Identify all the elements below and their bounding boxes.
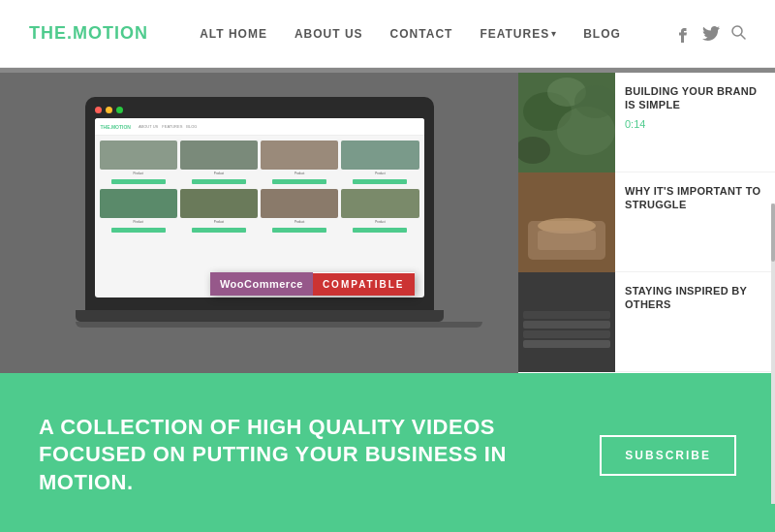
nav-contact[interactable]: CONTACT <box>390 27 453 41</box>
svg-rect-11 <box>538 231 596 250</box>
blog-text-1: BUILDING YOUR BRAND IS SIMPLE 0:14 <box>615 73 775 172</box>
screen-grid-item: Product <box>261 141 338 186</box>
main-nav: ALT HOME ABOUT US CONTACT FEATURES ▾ BLO… <box>200 27 621 41</box>
scroll-thumb <box>771 203 775 262</box>
social-icons <box>672 24 746 44</box>
hero-laptop-area: THE.MOTION ABOUT US FEATURES BLOG Produc… <box>0 73 518 373</box>
facebook-icon[interactable] <box>672 24 692 44</box>
dot-yellow <box>106 107 112 113</box>
blog-title-1: BUILDING YOUR BRAND IS SIMPLE <box>625 84 765 112</box>
compatible-text: COMPATIBLE <box>313 273 415 296</box>
svg-rect-16 <box>523 321 610 329</box>
bottom-text-block: A COLLECTION OF HIGH QUALITY VIDEOS FOCU… <box>39 414 542 497</box>
blog-sidebar: BUILDING YOUR BRAND IS SIMPLE 0:14 WHY I… <box>518 73 775 373</box>
bottom-section: A COLLECTION OF HIGH QUALITY VIDEOS FOCU… <box>0 373 775 532</box>
screen-grid-item: Product <box>341 141 418 186</box>
blog-thumb-1 <box>518 73 615 172</box>
screen-content: THE.MOTION ABOUT US FEATURES BLOG Produc… <box>95 118 424 297</box>
twitter-icon[interactable] <box>701 24 721 44</box>
svg-rect-14 <box>523 340 610 348</box>
svg-rect-15 <box>523 330 610 338</box>
screen-link-2: FEATURES <box>162 124 182 129</box>
blog-text-3: STAYING INSPIRED BY OTHERS <box>615 272 775 371</box>
woocommerce-badge: WooCommerce COMPATIBLE <box>210 272 415 296</box>
laptop-foot <box>76 322 482 328</box>
blog-item-3[interactable]: STAYING INSPIRED BY OTHERS <box>518 272 775 372</box>
dot-green <box>116 107 123 113</box>
blog-text-2: WHY IT'S IMPORTANT TO STRUGGLE <box>615 172 775 271</box>
subscribe-button[interactable]: SUBSCRIBE <box>600 435 736 476</box>
blog-thumb-2 <box>518 172 615 272</box>
logo: THE.MOTION <box>29 23 148 44</box>
dot-red <box>95 107 102 113</box>
header: THE.MOTION ALT HOME ABOUT US CONTACT FEA… <box>0 0 775 68</box>
screen-nav: THE.MOTION ABOUT US FEATURES BLOG <box>95 118 424 136</box>
blog-title-2: WHY IT'S IMPORTANT TO STRUGGLE <box>625 184 765 212</box>
nav-about-us[interactable]: ABOUT US <box>294 27 363 41</box>
screen-grid-item: Product <box>180 141 258 186</box>
laptop-base <box>76 310 444 322</box>
screen-link-1: ABOUT US <box>139 124 158 129</box>
svg-rect-17 <box>523 311 610 319</box>
nav-features-wrapper[interactable]: FEATURES ▾ <box>480 27 556 41</box>
search-icon[interactable] <box>730 24 746 43</box>
screen-link-3: BLOG <box>186 124 197 129</box>
screen-grid-item: Product <box>100 189 177 235</box>
screen-grid-item: Product <box>100 141 177 186</box>
nav-features[interactable]: FEATURES <box>480 27 549 41</box>
blog-item-2[interactable]: WHY IT'S IMPORTANT TO STRUGGLE <box>518 172 775 272</box>
nav-blog[interactable]: BLOG <box>583 27 621 41</box>
scrollbar[interactable] <box>771 203 775 504</box>
screen-grid: Product Product Product <box>95 136 424 239</box>
screen-dots <box>95 107 424 113</box>
screen-logo: THE.MOTION <box>101 124 131 130</box>
hero-section: THE.MOTION ABOUT US FEATURES BLOG Produc… <box>0 73 775 373</box>
blog-item-1[interactable]: BUILDING YOUR BRAND IS SIMPLE 0:14 <box>518 73 775 172</box>
screen-grid-item: Product <box>180 189 258 235</box>
screen-nav-links: ABOUT US FEATURES BLOG <box>139 124 198 129</box>
blog-time-1: 0:14 <box>625 118 765 130</box>
svg-line-1 <box>741 35 745 39</box>
woo-text: WooCommerce <box>210 272 313 296</box>
bottom-headline: A COLLECTION OF HIGH QUALITY VIDEOS FOCU… <box>39 414 542 497</box>
screen-grid-item: Product <box>341 189 418 235</box>
blog-thumb-3 <box>518 272 615 372</box>
screen-grid-item: Product <box>261 189 338 235</box>
laptop-mockup: THE.MOTION ABOUT US FEATURES BLOG Produc… <box>76 97 444 349</box>
features-chevron-icon: ▾ <box>551 28 556 39</box>
nav-alt-home[interactable]: ALT HOME <box>200 27 267 41</box>
woo-label: WooCommerce <box>220 278 303 290</box>
svg-point-7 <box>574 85 615 118</box>
blog-title-3: STAYING INSPIRED BY OTHERS <box>625 284 765 312</box>
